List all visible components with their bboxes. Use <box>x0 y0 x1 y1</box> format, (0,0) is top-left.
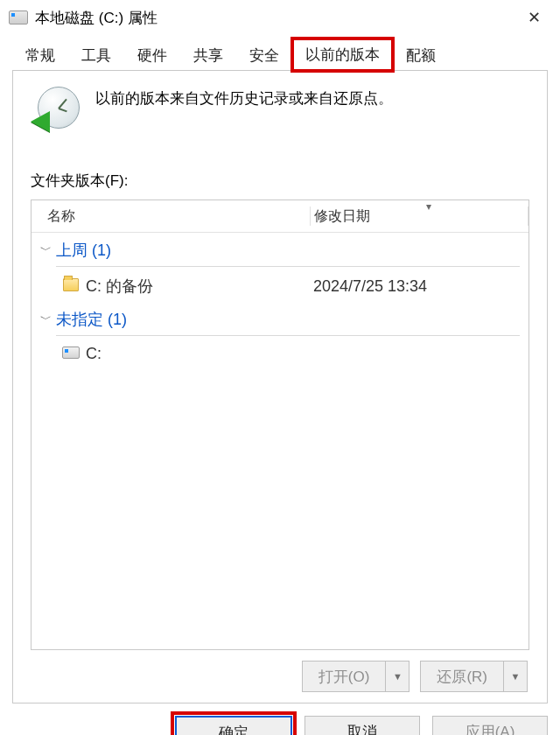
cancel-button[interactable]: 取消 <box>304 716 420 735</box>
column-date-label: 修改日期 <box>314 208 370 223</box>
action-row: 打开(O) ▼ 还原(R) ▼ <box>31 650 529 694</box>
list-item[interactable]: C: <box>32 340 528 368</box>
tab-previous-versions[interactable]: 以前的版本 <box>292 38 393 71</box>
item-name: C: <box>86 345 313 363</box>
dialog-buttons: 确定 取消 应用(A) <box>0 704 560 735</box>
window-title: 本地磁盘 (C:) 属性 <box>35 8 516 28</box>
close-icon: ✕ <box>528 8 541 27</box>
restore-button-label: 还原(R) <box>421 662 504 691</box>
tab-strip: 常规 工具 硬件 共享 安全 以前的版本 配额 <box>0 35 560 70</box>
folder-icon <box>61 277 80 296</box>
drive-icon <box>61 345 80 363</box>
tab-hardware[interactable]: 硬件 <box>124 39 180 71</box>
group-unspecified[interactable]: ﹀ 未指定 (1) <box>32 302 528 335</box>
open-button[interactable]: 打开(O) ▼ <box>302 661 410 692</box>
group-label: 未指定 (1) <box>56 309 127 330</box>
apply-button[interactable]: 应用(A) <box>432 716 548 735</box>
list-item[interactable]: C: 的备份 2024/7/25 13:34 <box>32 270 528 302</box>
item-name: C: 的备份 <box>86 276 313 297</box>
column-name[interactable]: 名称 <box>32 207 310 226</box>
tab-panel: 以前的版本来自文件历史记录或来自还原点。 文件夹版本(F): 名称 修改日期 ▾… <box>12 70 548 704</box>
tab-general[interactable]: 常规 <box>12 39 68 71</box>
sort-caret-icon: ▾ <box>426 200 431 213</box>
open-button-label: 打开(O) <box>303 662 387 691</box>
ok-button[interactable]: 确定 <box>175 716 292 735</box>
tab-sharing[interactable]: 共享 <box>180 39 236 71</box>
restore-button[interactable]: 还原(R) ▼ <box>420 661 528 692</box>
list-label: 文件夹版本(F): <box>31 171 529 191</box>
group-label: 上周 (1) <box>56 240 111 261</box>
tab-quota[interactable]: 配额 <box>393 39 449 71</box>
dropdown-caret-icon[interactable]: ▼ <box>386 662 409 691</box>
tab-tools[interactable]: 工具 <box>68 39 124 71</box>
close-button[interactable]: ✕ <box>516 4 551 31</box>
version-list: 名称 修改日期 ▾ ﹀ 上周 (1) C: 的备份 2024/7/25 13:3… <box>31 200 529 650</box>
chevron-down-icon: ﹀ <box>38 242 52 258</box>
intro-row: 以前的版本来自文件历史记录或来自还原点。 <box>31 87 529 136</box>
group-last-week[interactable]: ﹀ 上周 (1) <box>32 233 528 266</box>
titlebar: 本地磁盘 (C:) 属性 ✕ <box>0 0 560 35</box>
list-header: 名称 修改日期 ▾ <box>32 200 528 233</box>
dropdown-caret-icon[interactable]: ▼ <box>504 662 527 691</box>
column-date[interactable]: 修改日期 ▾ <box>311 207 528 226</box>
chevron-down-icon: ﹀ <box>38 312 52 327</box>
drive-icon <box>9 10 28 24</box>
intro-text: 以前的版本来自文件历史记录或来自还原点。 <box>95 87 393 108</box>
list-body: ﹀ 上周 (1) C: 的备份 2024/7/25 13:34 ﹀ 未指定 (1… <box>32 233 528 649</box>
restore-clock-icon <box>31 87 80 136</box>
tab-security[interactable]: 安全 <box>236 39 292 71</box>
item-date: 2024/7/25 13:34 <box>313 277 522 296</box>
